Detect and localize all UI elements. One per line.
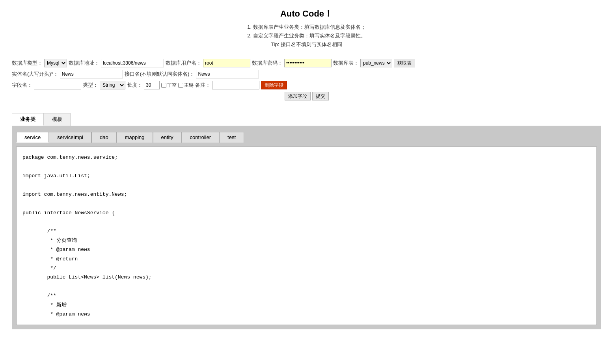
tab-sub-entity[interactable]: entity <box>153 132 182 143</box>
db-type-select[interactable]: Mysql <box>44 59 67 67</box>
field-name-input[interactable] <box>34 81 81 89</box>
page-header: Auto Code！ 1. 数据库表产生业务类：填写数据库信息及实体名； 2. … <box>0 0 613 55</box>
config-row-3: 字段名： 类型： String Integer Long Double Date… <box>12 81 601 89</box>
main-tabs: 业务类 模板 <box>12 113 601 126</box>
db-user-input[interactable] <box>203 59 250 67</box>
entity-name-input[interactable] <box>60 70 123 78</box>
field-name-label: 字段名： <box>12 82 32 89</box>
interface-name-input[interactable] <box>196 70 259 78</box>
get-table-button[interactable]: 获取表 <box>394 59 415 67</box>
db-addr-input[interactable] <box>101 59 164 67</box>
code-display: package com.tenny.news.service; import j… <box>16 147 597 325</box>
add-field-button[interactable]: 添加字段 <box>285 92 311 100</box>
primary-key-label[interactable]: 主键 <box>178 82 194 89</box>
instruction-2: 2. 自定义字段产生业务类：填写实体名及字段属性。 <box>0 32 613 40</box>
db-type-label: 数据库类型： <box>12 59 43 67</box>
tab-sub-serviceimpl[interactable]: serviceImpl <box>49 132 91 143</box>
field-type-select[interactable]: String Integer Long Double Date <box>100 81 125 89</box>
db-table-label: 数据库表： <box>333 59 359 67</box>
note-label: 备注： <box>195 82 211 89</box>
field-length-input[interactable] <box>144 81 160 89</box>
primary-key-checkbox[interactable] <box>178 83 183 88</box>
not-null-checkbox[interactable] <box>161 83 166 88</box>
note-input[interactable] <box>212 81 259 89</box>
db-addr-label: 数据库地址： <box>69 59 99 67</box>
tab-sub-service[interactable]: service <box>16 132 49 143</box>
tab-sub-dao[interactable]: dao <box>91 132 117 143</box>
config-row-2: 实体名(大写开头)*： 接口名(不填则默认同实体名)： <box>12 70 601 78</box>
tabs-outer: 业务类 模板 service serviceImpl dao mapping e… <box>12 113 601 329</box>
db-table-select[interactable]: pub_news <box>360 59 392 67</box>
db-user-label: 数据库用户名： <box>166 59 201 67</box>
length-label: 长度： <box>127 82 142 89</box>
type-label: 类型： <box>83 82 98 89</box>
tab-main-template[interactable]: 模板 <box>44 113 71 126</box>
config-area: 数据库类型： Mysql 数据库地址： 数据库用户名： 数据库密码： 数据库表：… <box>0 55 613 107</box>
interface-name-label: 接口名(不填则默认同实体名)： <box>125 71 195 78</box>
entity-name-label: 实体名(大写开头)*： <box>12 71 58 78</box>
delete-field-button[interactable]: 删除字段 <box>261 81 287 89</box>
not-null-label[interactable]: 非空 <box>161 82 177 89</box>
tab-sub-test[interactable]: test <box>219 132 244 143</box>
db-pwd-label: 数据库密码： <box>252 59 283 67</box>
config-row-4: 添加字段 提交 <box>12 92 601 100</box>
sub-tabs: service serviceImpl dao mapping entity c… <box>12 132 601 143</box>
tab-sub-controller[interactable]: controller <box>182 132 219 143</box>
instruction-tip: Tip: 接口名不填则与实体名相同 <box>0 40 613 49</box>
tab-main-business[interactable]: 业务类 <box>12 113 44 126</box>
instruction-1: 1. 数据库表产生业务类：填写数据库信息及实体名； <box>0 23 613 32</box>
config-row-1: 数据库类型： Mysql 数据库地址： 数据库用户名： 数据库密码： 数据库表：… <box>12 59 601 67</box>
submit-button[interactable]: 提交 <box>312 92 329 100</box>
db-pwd-input[interactable] <box>284 59 332 67</box>
tab-content-outer: service serviceImpl dao mapping entity c… <box>12 126 601 329</box>
page-title: Auto Code！ <box>0 8 613 20</box>
tab-sub-mapping[interactable]: mapping <box>117 132 153 143</box>
